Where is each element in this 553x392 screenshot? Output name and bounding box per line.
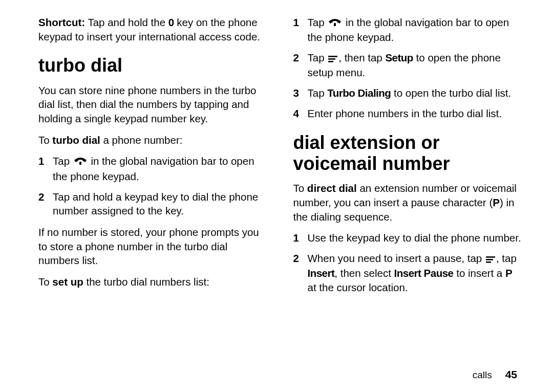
turbo-dialing-label: Turbo Dialing (327, 87, 391, 99)
svg-rect-0 (79, 162, 81, 165)
insert-pause-label: Insert Pause (394, 267, 454, 279)
turbo-dial-steps: 1 Tap in the global navigation bar to op… (38, 154, 268, 217)
svg-rect-3 (328, 58, 335, 60)
list-item: 2 Tap , then tap Setup to open the phone… (293, 51, 523, 80)
right-column: 1 Tap in the global navigation bar to op… (293, 15, 523, 382)
turbo-intro: You can store nine phone numbers in the … (38, 83, 268, 126)
direct-dial-steps: 1 Use the keypad key to dial the phone n… (293, 231, 523, 294)
svg-rect-2 (328, 56, 337, 57)
list-item: 3 Tap Turbo Dialing to open the turbo di… (293, 86, 523, 100)
shortcut-paragraph: Shortcut: Tap and hold the 0 key on the … (38, 15, 268, 43)
heading-turbo-dial: turbo dial (38, 55, 268, 76)
insert-label: Insert (308, 267, 335, 279)
section-label: calls (473, 369, 492, 380)
menu-icon (328, 52, 337, 66)
svg-rect-5 (486, 256, 495, 258)
setup-steps: 1 Tap in the global navigation bar to op… (293, 15, 523, 121)
list-item: 2 Tap and hold a keypad key to dial the … (38, 190, 268, 218)
list-item: 2 When you need to insert a pause, tap ,… (293, 251, 523, 295)
svg-rect-7 (486, 262, 491, 263)
list-item: 1 Tap in the global navigation bar to op… (38, 154, 268, 183)
shortcut-label: Shortcut: (38, 16, 85, 28)
direct-dial-paragraph: To direct dial an extension number or vo… (293, 181, 523, 224)
setup-label: Setup (385, 52, 413, 63)
no-number-paragraph: If no number is stored, your phone promp… (38, 225, 268, 268)
to-setup-list: To set up the turbo dial numbers list: (38, 275, 268, 289)
list-item: 1 Tap in the global navigation bar to op… (293, 15, 523, 45)
list-item: 4 Enter phone numbers in the turbo dial … (293, 106, 523, 121)
zero-key: 0 (168, 16, 174, 28)
menu-icon (486, 252, 495, 267)
left-column: Shortcut: Tap and hold the 0 key on the … (38, 15, 268, 382)
phone-icon (328, 16, 342, 31)
to-turbo-dial: To turbo dial a phone number: (38, 133, 268, 147)
page-footer: calls45 (473, 368, 517, 381)
manual-page: Shortcut: Tap and hold the 0 key on the … (0, 0, 553, 392)
phone-icon (74, 155, 87, 169)
svg-rect-4 (328, 61, 333, 62)
page-number: 45 (505, 368, 517, 380)
heading-dial-extension: dial extension or voicemail number (293, 132, 523, 175)
svg-rect-1 (334, 23, 336, 26)
list-item: 1 Use the keypad key to dial the phone n… (293, 231, 523, 245)
svg-rect-6 (486, 259, 493, 260)
